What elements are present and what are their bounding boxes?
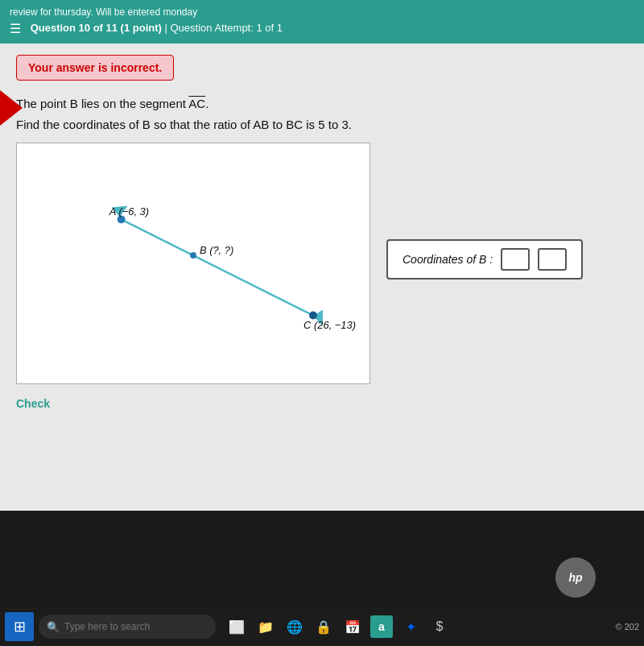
problem-line2: Find the coordinates of B so that the ra… bbox=[16, 118, 352, 131]
incorrect-triangle-icon bbox=[0, 90, 23, 126]
lock-icon[interactable]: 🔒 bbox=[312, 615, 335, 638]
app-icon-a[interactable]: a bbox=[370, 615, 393, 638]
coord-y-input[interactable] bbox=[538, 248, 567, 271]
browser-icon[interactable]: 🌐 bbox=[283, 615, 306, 638]
coordinates-box: Coordinates of B : bbox=[386, 239, 583, 280]
svg-point-5 bbox=[309, 312, 317, 320]
svg-point-4 bbox=[190, 252, 196, 259]
svg-line-0 bbox=[122, 219, 313, 315]
main-content: Your answer is incorrect. The point B li… bbox=[0, 43, 644, 511]
taskbar-icons: ⬜ 📁 🌐 🔒 📅 a ✦ $ bbox=[225, 615, 451, 638]
separator: | bbox=[165, 22, 171, 34]
search-input[interactable] bbox=[64, 621, 201, 632]
search-bar[interactable]: 🔍 bbox=[39, 615, 216, 639]
diagram-box: A (−6, 3) B (?, ?) C (26, −13) bbox=[16, 143, 370, 384]
problem-statement: The point B lies on the segment AC. Find… bbox=[16, 93, 628, 135]
geometry-diagram: A (−6, 3) B (?, ?) C (26, −13) bbox=[17, 143, 369, 383]
review-text: review for thursday. Will be entered mon… bbox=[10, 6, 197, 18]
point-a-label: A (−6, 3) bbox=[109, 205, 149, 217]
taskbar-right: © 202 bbox=[615, 622, 639, 632]
hp-logo: hp bbox=[555, 557, 596, 598]
dropbox-icon[interactable]: ✦ bbox=[399, 615, 422, 638]
check-button[interactable]: Check bbox=[16, 397, 50, 410]
answer-feedback-badge: Your answer is incorrect. bbox=[16, 55, 174, 81]
coordinates-section: Coordinates of B : bbox=[386, 143, 583, 280]
file-explorer-icon[interactable]: 📁 bbox=[254, 615, 277, 638]
question-info: Question 10 of 11 (1 point) bbox=[31, 22, 162, 34]
review-title-line: review for thursday. Will be entered mon… bbox=[10, 5, 634, 19]
taskview-icon[interactable]: ⬜ bbox=[225, 615, 248, 638]
taskbar: ⊞ 🔍 ⬜ 📁 🌐 🔒 📅 a ✦ $ © 202 bbox=[0, 607, 644, 646]
header-bar: review for thursday. Will be entered mon… bbox=[0, 0, 644, 43]
diagram-answer-row: A (−6, 3) B (?, ?) C (26, −13) Coordinat… bbox=[16, 143, 628, 384]
search-icon: 🔍 bbox=[47, 621, 60, 633]
start-button[interactable]: ⊞ bbox=[5, 612, 34, 641]
calendar-icon[interactable]: 📅 bbox=[341, 615, 364, 638]
coordinates-label: Coordinates of B : bbox=[402, 253, 493, 266]
question-info-line: ☰ Question 10 of 11 (1 point) | Question… bbox=[10, 19, 634, 39]
problem-line1: The point B lies on the segment bbox=[16, 97, 188, 110]
segment-label: AC bbox=[188, 97, 205, 110]
menu-icon[interactable]: ☰ bbox=[10, 19, 21, 39]
extra-icon[interactable]: $ bbox=[428, 615, 451, 638]
answer-feedback-text: Your answer is incorrect. bbox=[28, 61, 162, 74]
point-c-label: C (26, −13) bbox=[303, 319, 356, 331]
point-b-label: B (?, ?) bbox=[200, 244, 233, 256]
attempt-info: Question Attempt: 1 of 1 bbox=[171, 22, 283, 34]
coord-x-input[interactable] bbox=[501, 248, 530, 271]
copyright-text: © 202 bbox=[615, 622, 639, 632]
